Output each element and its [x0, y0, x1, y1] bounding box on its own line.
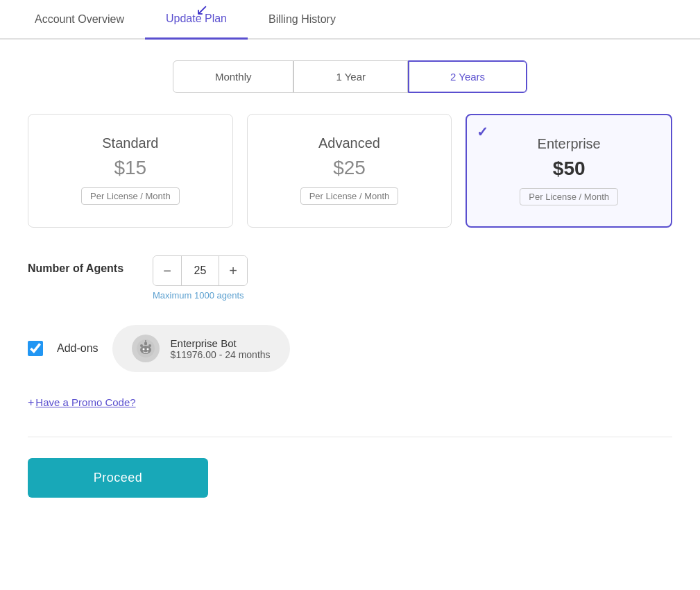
plan-label-enterprise: Per License / Month	[520, 188, 618, 205]
addon-name: Enterprise Bot	[171, 337, 271, 349]
addons-row: Add-ons Enterprise Bot	[28, 325, 672, 372]
addons-label: Add-ons	[57, 342, 99, 355]
plan-name-advanced: Advanced	[262, 135, 438, 151]
agents-value-input[interactable]	[181, 256, 219, 285]
promo-plus-icon: +	[28, 396, 34, 408]
plan-name-standard: Standard	[42, 135, 219, 151]
plan-price-advanced: $25	[262, 157, 438, 179]
agents-control: − + Maximum 1000 agents	[153, 255, 248, 301]
addons-checkbox[interactable]	[28, 341, 43, 356]
agents-max-text: Maximum 1000 agents	[153, 290, 244, 301]
agents-decrement-button[interactable]: −	[153, 256, 181, 285]
promo-row: +Have a Promo Code?	[28, 396, 672, 409]
period-toggle: Monthly 1 Year 2 Years	[28, 60, 672, 93]
svg-point-3	[146, 348, 148, 351]
period-2years[interactable]: 2 Years	[408, 60, 527, 93]
agents-increment-button[interactable]: +	[219, 256, 247, 285]
svg-rect-6	[144, 342, 147, 345]
svg-point-5	[140, 344, 143, 347]
tab-update-plan[interactable]: Update Plan	[145, 0, 248, 40]
addon-price: $11976.00 - 24 months	[171, 349, 271, 360]
divider	[28, 437, 672, 437]
addon-card[interactable]: Enterprise Bot $11976.00 - 24 months	[112, 325, 290, 372]
plan-card-advanced[interactable]: Advanced $25 Per License / Month	[247, 114, 452, 228]
period-monthly[interactable]: Monthly	[173, 60, 294, 93]
period-1year[interactable]: 1 Year	[293, 60, 408, 93]
tab-bar: ↖ Account Overview Update Plan Billing H…	[0, 0, 700, 40]
tab-account-overview[interactable]: Account Overview	[14, 0, 145, 38]
check-icon: ✓	[477, 124, 488, 140]
plan-label-standard: Per License / Month	[81, 187, 180, 205]
svg-point-8	[145, 340, 146, 342]
plan-card-enterprise[interactable]: ✓ Enterprise $50 Per License / Month	[466, 114, 672, 228]
agents-row: Number of Agents − + Maximum 1000 agents	[28, 255, 672, 301]
svg-point-4	[148, 344, 151, 347]
plan-price-standard: $15	[42, 157, 219, 179]
proceed-button[interactable]: Proceed	[28, 458, 208, 498]
bot-icon	[132, 335, 160, 362]
agents-stepper: − +	[153, 255, 248, 286]
main-content: Monthly 1 Year 2 Years Standard $15 Per …	[0, 40, 700, 519]
plan-label-advanced: Per License / Month	[300, 187, 399, 205]
svg-point-2	[142, 348, 144, 351]
plan-price-enterprise: $50	[481, 158, 657, 180]
plan-cards: Standard $15 Per License / Month Advance…	[28, 114, 672, 228]
promo-code-link[interactable]: Have a Promo Code?	[35, 396, 135, 408]
agents-label: Number of Agents	[28, 255, 139, 275]
addon-info: Enterprise Bot $11976.00 - 24 months	[171, 337, 271, 360]
tab-billing-history[interactable]: Billing History	[248, 0, 357, 38]
plan-name-enterprise: Enterprise	[481, 136, 657, 152]
plan-card-standard[interactable]: Standard $15 Per License / Month	[28, 114, 233, 228]
